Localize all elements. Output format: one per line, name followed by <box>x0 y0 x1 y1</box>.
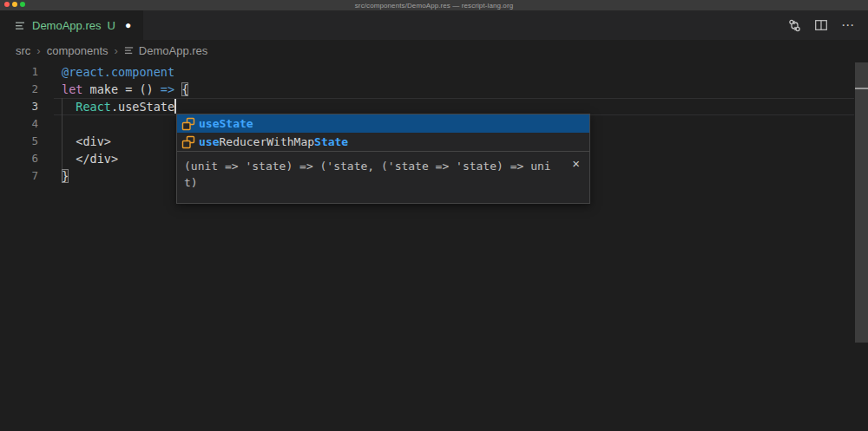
minimize-window-button[interactable] <box>12 2 17 7</box>
dirty-indicator: ● <box>125 20 131 30</box>
suggestion-item-usereducerwithmapstate[interactable]: useReducerWithMapState <box>177 133 589 151</box>
breadcrumb-file-label: DemoApp.res <box>139 44 207 57</box>
line-number: 4 <box>0 115 38 133</box>
line-number: 3 <box>0 98 38 115</box>
code-line-1[interactable]: 1@react.component <box>0 63 868 81</box>
suggestion-item-usestate[interactable]: useState <box>177 114 589 133</box>
open-changes-button[interactable] <box>786 17 802 33</box>
zoom-window-button[interactable] <box>20 2 25 7</box>
breadcrumb-separator: › <box>115 44 118 57</box>
text-cursor <box>174 99 176 114</box>
split-editor-button[interactable] <box>813 17 829 33</box>
symbol-class-icon <box>181 135 195 149</box>
suggestion-list: useState useReducerWithMapState <box>177 114 589 151</box>
line-number: 5 <box>0 133 38 150</box>
code-text: React.useState <box>38 100 176 114</box>
git-compare-icon <box>787 18 802 33</box>
line-number: 1 <box>0 63 38 81</box>
code-text: } <box>38 169 69 183</box>
code-text: </div> <box>38 152 118 166</box>
window-titlebar: src/components/DemoApp.res — rescript-la… <box>0 0 868 10</box>
code-line-3[interactable]: 3 React.useState <box>0 98 868 115</box>
vertical-scrollbar[interactable] <box>855 62 868 343</box>
line-number: 7 <box>0 167 38 185</box>
suggest-widget: useState useReducerWithMapState (unit =>… <box>176 114 590 204</box>
git-status-badge: U <box>107 19 115 32</box>
suggestion-docs-panel: (unit => 'state) => ('state, ('state => … <box>177 151 589 203</box>
code-text <box>38 117 62 131</box>
window-title: src/components/DemoApp.res — rescript-la… <box>355 2 513 10</box>
line-number: 2 <box>0 81 38 98</box>
traffic-lights <box>4 2 25 7</box>
suggestion-label: useReducerWithMapState <box>199 135 348 148</box>
ellipsis-icon: ⋯ <box>841 17 855 33</box>
breadcrumb-separator: › <box>36 44 40 57</box>
line-number: 6 <box>0 150 38 167</box>
code-text: @react.component <box>38 65 174 79</box>
type-signature: (unit => 'state) => ('state, ('state => … <box>184 158 554 191</box>
breadcrumb-src[interactable]: src <box>16 44 30 57</box>
suggestion-label: useState <box>199 117 253 130</box>
symbol-class-icon <box>181 117 195 131</box>
tab-bar: DemoApp.res U ● ⋯ <box>0 10 868 40</box>
tab-label: DemoApp.res <box>32 19 101 32</box>
code-line-2[interactable]: 2let make = () => { <box>0 81 868 98</box>
breadcrumb-components[interactable]: components <box>47 44 108 57</box>
code-text: <div> <box>38 134 111 148</box>
close-icon[interactable]: × <box>572 157 580 170</box>
overview-ruler-cursor-marker <box>855 88 868 89</box>
editor[interactable]: 1@react.component2let make = () => {3 Re… <box>0 61 868 431</box>
file-icon <box>15 20 26 31</box>
more-actions-button[interactable]: ⋯ <box>840 17 856 33</box>
breadcrumb-file[interactable]: DemoApp.res <box>124 44 207 57</box>
file-icon <box>124 45 135 56</box>
code-text: let make = () => { <box>38 82 188 96</box>
editor-actions: ⋯ <box>786 10 868 40</box>
breadcrumb: src › components › DemoApp.res <box>0 40 868 61</box>
tab-demoapp[interactable]: DemoApp.res U ● <box>0 10 143 40</box>
split-editor-icon <box>814 18 828 32</box>
close-window-button[interactable] <box>4 2 10 7</box>
